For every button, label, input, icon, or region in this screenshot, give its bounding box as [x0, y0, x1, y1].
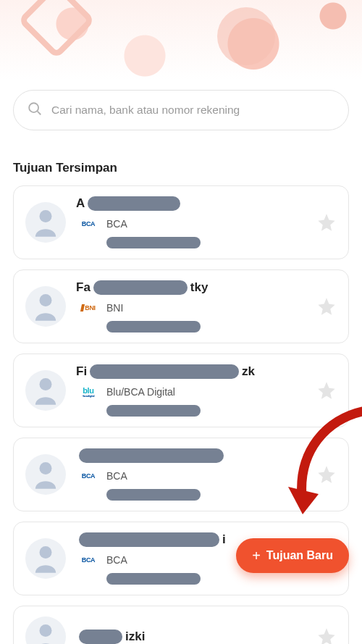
- avatar: [25, 286, 66, 327]
- recipient-list: A BCA BCA Fa tky: [0, 185, 362, 644]
- favorite-star-icon[interactable]: [316, 380, 337, 401]
- avatar: [25, 370, 66, 411]
- favorite-star-icon[interactable]: [316, 296, 337, 317]
- decorative-banner: [0, 0, 362, 80]
- fab-label: Tujuan Baru: [266, 549, 333, 562]
- avatar: [25, 538, 66, 579]
- favorite-star-icon[interactable]: [316, 212, 337, 233]
- recipient-name: [76, 448, 337, 463]
- favorite-star-icon[interactable]: [316, 464, 337, 485]
- svg-line-1: [38, 112, 41, 115]
- svg-point-0: [29, 103, 38, 112]
- redacted-name: [79, 532, 219, 547]
- recipient-name: A: [76, 196, 337, 211]
- recipient-name: Fi zk: [76, 364, 337, 379]
- section-title-saved-recipients: Tujuan Tersimpan: [0, 130, 362, 185]
- bank-logo-icon: BCA: [76, 467, 101, 485]
- svg-point-2: [40, 210, 52, 222]
- bank-name: BCA: [106, 218, 127, 230]
- add-recipient-button[interactable]: + Tujuan Baru: [236, 538, 349, 573]
- search-bar[interactable]: [13, 90, 349, 130]
- bank-name: BNI: [106, 302, 123, 314]
- bank-name: BCA: [106, 470, 127, 482]
- search-input[interactable]: [51, 104, 335, 117]
- recipient-card[interactable]: BCA BCA: [13, 438, 349, 511]
- recipient-card[interactable]: A BCA BCA: [13, 185, 349, 259]
- redacted-name: [79, 448, 224, 463]
- redacted-account: [106, 237, 201, 248]
- svg-point-7: [40, 624, 52, 637]
- redacted-account: [106, 405, 201, 417]
- avatar: [25, 202, 66, 243]
- recipient-card[interactable]: Fi zk blu•BCADigital Blu/BCA Digital: [13, 354, 349, 427]
- bank-name: Blu/BCA Digital: [106, 386, 175, 398]
- redacted-account: [106, 321, 201, 333]
- recipient-card[interactable]: Fa tky BNI BNI: [13, 269, 349, 343]
- svg-point-6: [40, 546, 52, 559]
- redacted-name: [90, 364, 239, 379]
- redacted-name: [88, 196, 180, 211]
- avatar: [25, 454, 66, 495]
- recipient-card[interactable]: izki: [13, 606, 349, 644]
- bank-logo-icon: BCA: [76, 215, 101, 233]
- svg-point-4: [40, 378, 52, 390]
- plus-icon: +: [252, 548, 261, 563]
- bank-logo-icon: BNI: [76, 299, 101, 317]
- svg-point-5: [40, 462, 52, 474]
- bank-name: BCA: [106, 554, 127, 566]
- recipient-name: izki: [76, 630, 337, 644]
- redacted-account: [106, 573, 201, 585]
- svg-point-3: [40, 294, 52, 306]
- avatar: [25, 616, 66, 644]
- search-icon: [27, 101, 43, 120]
- redacted-name: [79, 630, 122, 644]
- bank-logo-icon: BCA: [76, 551, 101, 569]
- recipient-name: Fa tky: [76, 280, 337, 295]
- redacted-name: [93, 280, 188, 295]
- favorite-star-icon[interactable]: [316, 627, 337, 644]
- redacted-account: [106, 489, 201, 501]
- bank-logo-icon: blu•BCADigital: [76, 383, 101, 401]
